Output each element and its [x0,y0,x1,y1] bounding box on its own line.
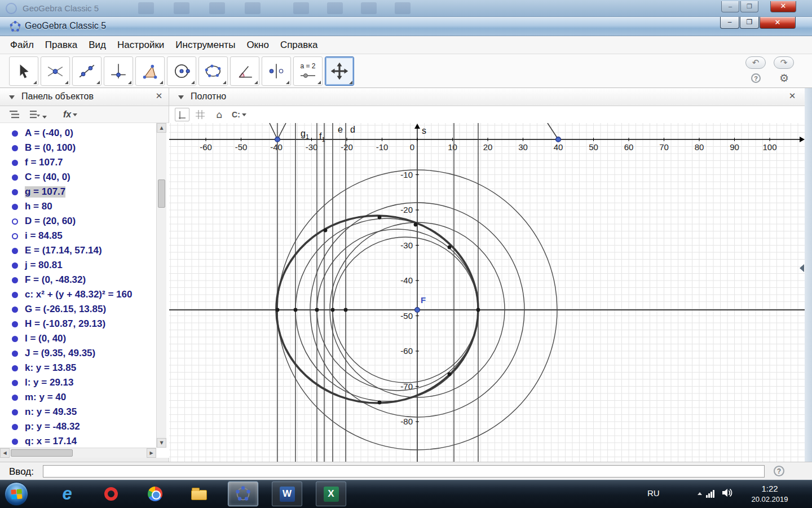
horizontal-scrollbar[interactable]: ◀ ▶ [0,448,156,458]
tool-dropdown-icon[interactable] [223,81,226,84]
tool-dropdown-icon[interactable] [349,81,352,84]
tool-dropdown-icon[interactable] [317,81,321,84]
menu-item-Вид[interactable]: Вид [83,36,112,54]
help-icon[interactable]: ? [751,73,761,83]
scrollbar-thumb[interactable] [158,179,165,208]
close-button[interactable]: ✕ [760,17,796,29]
algebra-object-row[interactable]: j = 80.81 [0,258,156,273]
tool-move-button[interactable] [9,56,38,86]
tool-dropdown-icon[interactable] [160,81,163,84]
background-maximize-button[interactable]: ❐ [740,1,758,12]
taskbar-word-button[interactable]: W [272,481,302,506]
taskbar-ie-button[interactable]: e [52,481,82,506]
scroll-left-icon[interactable]: ◀ [0,448,10,458]
clock[interactable]: 1:22 20.02.2019 [742,484,798,503]
collapse-triangle-icon[interactable] [9,95,15,99]
tree-view-icon[interactable] [9,110,20,122]
algebra-object-row[interactable]: f = 107.7 [0,155,156,170]
object-visibility-dot[interactable] [12,306,18,313]
tool-dropdown-icon[interactable] [65,81,68,84]
algebra-object-row[interactable]: q: x = 17.14 [0,434,156,448]
sort-objects-icon[interactable] [29,110,47,122]
object-visibility-dot[interactable] [12,321,18,327]
tool-line-button[interactable] [72,56,102,86]
algebra-object-row[interactable]: G = (-26.15, 13.85) [0,302,156,317]
dropdown-caret-icon[interactable] [73,113,77,116]
algebra-panel-close-icon[interactable]: ✕ [153,91,165,101]
object-visibility-dot[interactable] [12,130,18,137]
algebra-object-row[interactable]: D = (20, 60) [0,214,156,229]
scrollbar-thumb[interactable] [11,449,73,457]
algebra-object-row[interactable]: E = (17.14, 57.14) [0,243,156,258]
show-axes-icon[interactable] [175,108,189,121]
menu-item-Справка[interactable]: Справка [275,36,324,54]
panel-collapse-arrow-icon[interactable] [800,264,804,272]
object-visibility-dot[interactable] [12,424,18,430]
algebra-object-row[interactable]: h = 80 [0,199,156,214]
tool-perpendicular-line-button[interactable] [104,56,133,86]
algebra-object-row[interactable]: F = (0, -48.32) [0,273,156,287]
input-help-icon[interactable]: ? [774,466,784,476]
algebra-object-row[interactable]: H = (-10.87, 29.13) [0,317,156,331]
tool-circle-button[interactable] [167,56,196,86]
tool-dropdown-icon[interactable] [128,81,131,84]
maximize-button[interactable]: ❐ [740,17,759,29]
scroll-right-icon[interactable]: ▶ [147,448,156,458]
background-minimize-button[interactable]: – [721,1,739,12]
point[interactable] [415,308,420,313]
show-grid-icon[interactable] [193,108,208,121]
menu-item-Настройки[interactable]: Настройки [112,36,170,54]
tool-slider-button[interactable]: a = 2 [293,56,323,86]
gear-icon[interactable]: ⚙ [779,72,789,84]
algebra-object-row[interactable]: n: y = 49.35 [0,405,156,419]
scroll-up-icon[interactable]: ▲ [157,123,166,133]
undo-button[interactable]: ↶ [745,56,766,69]
object-visibility-dot[interactable] [12,189,18,195]
network-icon[interactable] [706,489,716,498]
taskbar-chrome-button[interactable] [140,481,170,506]
tool-dropdown-icon[interactable] [254,81,258,84]
tool-point-button[interactable] [41,56,70,86]
collapse-triangle-icon[interactable] [178,95,184,99]
background-close-button[interactable]: ✕ [770,1,796,12]
menu-item-Правка[interactable]: Правка [39,36,83,54]
point[interactable] [275,137,280,142]
minimize-button[interactable]: – [720,17,739,29]
object-visibility-dot[interactable] [12,380,18,386]
algebra-object-row[interactable]: J = (9.35, 49.35) [0,346,156,361]
volume-icon[interactable] [722,488,733,500]
algebra-object-row[interactable]: p: y = -48.32 [0,419,156,434]
tool-move-graphics-view-button[interactable] [325,56,354,86]
object-visibility-dot[interactable] [12,262,18,269]
object-visibility-dot[interactable] [12,218,18,225]
dropdown-caret-icon[interactable] [242,113,246,116]
menu-item-Файл[interactable]: Файл [5,36,39,54]
object-visibility-dot[interactable] [12,292,18,298]
object-visibility-dot[interactable] [12,409,18,415]
object-visibility-dot[interactable] [12,204,18,210]
redo-button[interactable]: ↷ [774,56,794,69]
object-visibility-dot[interactable] [12,351,18,357]
algebra-object-row[interactable]: m: y = 40 [0,390,156,405]
graphics-canvas[interactable]: -60-50-40-30-20-100102030405060708090100… [169,123,805,462]
object-visibility-dot[interactable] [12,439,18,445]
object-visibility-dot[interactable] [12,174,18,181]
tool-reflect-button[interactable] [262,56,291,86]
algebra-object-row[interactable]: A = (-40, 0) [0,126,156,141]
point[interactable] [556,137,561,142]
fx-toggle-icon[interactable]: fx [63,110,77,120]
vertical-scrollbar[interactable]: ▲ ▼ [156,123,166,448]
taskbar-opera-button[interactable] [96,481,126,506]
tool-angle-button[interactable] [230,56,259,86]
scroll-down-icon[interactable]: ▼ [157,438,166,448]
object-visibility-dot[interactable] [12,336,18,342]
object-visibility-dot[interactable] [12,248,18,254]
tool-dropdown-icon[interactable] [33,81,37,84]
algebra-object-row[interactable]: g = 107.7 [0,185,156,199]
object-visibility-dot[interactable] [12,395,18,401]
object-visibility-dot[interactable] [12,365,18,371]
hidden-icons-caret-icon[interactable] [698,492,702,495]
point-capturing-icon[interactable]: C: [228,108,250,121]
dropdown-caret-icon[interactable] [42,116,47,119]
tool-dropdown-icon[interactable] [286,81,289,84]
